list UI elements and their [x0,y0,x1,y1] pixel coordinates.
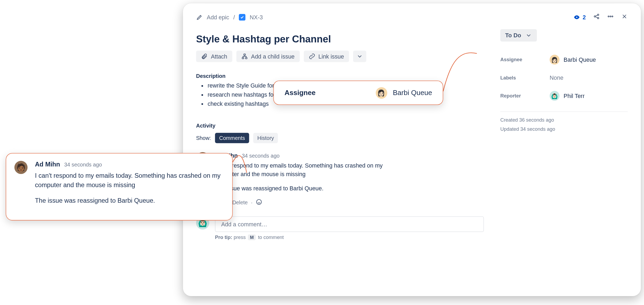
share-icon[interactable] [593,13,600,21]
svg-point-1 [576,16,578,18]
issue-main-column: Style & Hashtag per Channel Attach Add a… [196,29,484,240]
svg-rect-9 [242,57,244,59]
activity-show-label: Show: [196,135,211,141]
watch-button[interactable]: 2 [573,14,586,20]
assignee-value[interactable]: 👩🏻 Barbi Queue [550,55,596,65]
comment-delete-link[interactable]: Delete [232,199,248,206]
issue-key-link[interactable]: NX-3 [250,14,263,20]
updated-timestamp: Updated 34 seconds ago [500,125,628,134]
watch-count: 2 [583,14,586,20]
comment-react-icon[interactable] [256,199,262,206]
svg-point-5 [608,16,609,17]
svg-point-7 [612,16,613,17]
add-child-label: Add a child issue [251,53,295,60]
link-issue-label: Link issue [319,53,344,60]
callout-assignee-value: Barbi Queue [393,89,432,97]
add-child-issue-button[interactable]: Add a child issue [236,50,299,62]
labels-label: Labels [500,75,550,81]
issue-action-row: Attach Add a child issue Link issue [196,50,484,62]
pencil-icon [196,14,203,20]
add-epic-link[interactable]: Add epic [207,14,229,20]
svg-point-6 [610,16,611,17]
status-dropdown[interactable]: To Do [500,29,537,42]
created-timestamp: Created 36 seconds ago [500,116,628,125]
attach-label: Attach [211,53,227,60]
description-label: Description [196,73,484,79]
labels-value[interactable]: None [550,74,563,81]
assignee-label: Assignee [500,57,550,62]
svg-rect-8 [244,54,245,55]
close-icon[interactable] [621,13,628,21]
link-issue-button[interactable]: Link issue [303,50,349,62]
issue-title[interactable]: Style & Hashtag per Channel [196,33,484,45]
callout-assignee: Assignee 👩🏻 Barbi Queue [273,81,443,105]
comment-body: I can't respond to my emails today. Some… [215,161,392,193]
comment-timestamp: 34 seconds ago [64,162,102,168]
callout-comment: 🧑🏾 Ad Mihn 34 seconds ago I can't respon… [6,153,233,220]
tab-history[interactable]: History [253,133,278,143]
issue-type-icon [239,14,246,20]
comment-author: Ad Mihn [35,161,60,168]
link-issue-more-button[interactable] [353,50,366,62]
activity-label: Activity [196,123,484,129]
svg-point-11 [257,199,261,204]
more-icon[interactable] [607,13,614,21]
issue-side-column: To Do Assignee 👩🏻 Barbi Queue Labels Non… [500,29,628,240]
avatar: 🧑🏾 [14,161,28,174]
reporter-value[interactable]: 🙆🏻‍♂️ Phil Terr [550,91,584,101]
comment-item: 🧑🏾 Ad Mihn 34 seconds ago I can't respon… [196,152,484,206]
callout-assignee-label: Assignee [284,89,359,97]
breadcrumb-bar: Add epic / NX-3 2 [183,3,641,21]
attach-button[interactable]: Attach [196,50,232,62]
reporter-label: Reporter [500,93,550,99]
avatar: 👩🏻 [376,87,387,99]
pro-tip: Pro tip: press M to comment [215,234,484,240]
comment-timestamp: 34 seconds ago [242,152,280,159]
breadcrumb-separator: / [233,14,235,20]
svg-rect-10 [245,57,247,59]
add-comment-input[interactable]: Add a comment… [215,216,484,232]
comment-body: I can't respond to my emails today. Some… [35,171,222,205]
issue-dialog: Add epic / NX-3 2 [183,3,641,296]
status-value: To Do [505,32,521,39]
tab-comments[interactable]: Comments [215,133,249,143]
